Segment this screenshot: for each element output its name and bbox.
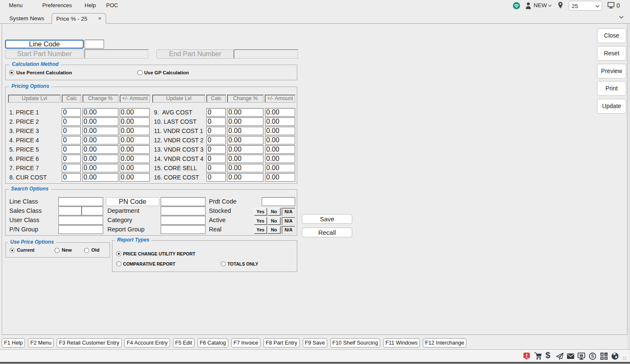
svg-text:S: S: [591, 353, 594, 359]
